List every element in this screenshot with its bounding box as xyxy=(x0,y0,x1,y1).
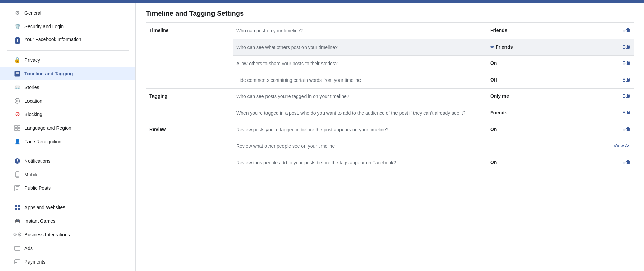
location-icon xyxy=(14,97,21,105)
setting-desc-who-can-post: Who can post on your timeline? xyxy=(233,23,487,39)
edit-hide-comments[interactable]: Edit xyxy=(567,72,634,88)
top-bar xyxy=(0,0,644,3)
sidebar-label-blocking: Blocking xyxy=(24,111,42,118)
setting-value-review-others-see xyxy=(487,138,567,155)
bottom-divider-row xyxy=(146,171,634,171)
tagging-section: Tagging Who can see posts you're tagged … xyxy=(146,89,634,121)
sidebar-item-facebook-info[interactable]: Your Facebook Information xyxy=(0,33,135,48)
sidebar-item-security-login[interactable]: 🛡️ Security and Login xyxy=(0,20,135,33)
svg-rect-6 xyxy=(15,125,17,128)
sidebar-label-business-integrations: Business Integrations xyxy=(24,232,70,238)
svg-rect-22 xyxy=(18,205,20,207)
setting-value-hide-comments: Off xyxy=(487,72,567,88)
svg-point-4 xyxy=(15,98,20,103)
sidebar-label-mobile: Mobile xyxy=(24,171,38,178)
sidebar-label-location: Location xyxy=(24,98,42,104)
notifications-icon xyxy=(14,157,21,165)
setting-value-review-tags: On xyxy=(487,155,567,171)
edit-review-tagged[interactable]: Edit xyxy=(567,122,634,138)
games-icon: 🎮 xyxy=(14,217,21,225)
edit-who-see-others[interactable]: Edit xyxy=(567,39,634,56)
sidebar: General 🛡️ Security and Login Your Faceb… xyxy=(0,3,136,271)
sidebar-item-support-inbox[interactable]: Support Inbox xyxy=(0,269,135,271)
payments-icon xyxy=(14,258,21,266)
business-icon: ⚙ xyxy=(14,231,21,238)
face-icon: 👤 xyxy=(14,138,21,145)
sidebar-divider-2 xyxy=(7,151,129,151)
setting-value-who-see-others: ✏Friends xyxy=(487,39,567,56)
sidebar-item-face-recognition[interactable]: 👤 Face Recognition xyxy=(0,135,135,148)
timeline-section: Timeline Who can post on your timeline? … xyxy=(146,23,634,88)
sidebar-item-general[interactable]: General xyxy=(0,6,135,20)
fb-icon xyxy=(14,37,21,44)
page-title: Timeline and Tagging Settings xyxy=(146,10,634,17)
setting-value-allow-share: On xyxy=(487,56,567,72)
sidebar-item-apps-websites[interactable]: Apps and Websites xyxy=(0,201,135,214)
pencil-icon: ✏ xyxy=(490,44,494,50)
sidebar-item-blocking[interactable]: ⊘ Blocking xyxy=(0,108,135,121)
sidebar-item-stories[interactable]: 📖 Stories xyxy=(0,80,135,94)
sidebar-label-payments: Payments xyxy=(24,259,45,265)
setting-desc-hide-comments: Hide comments containing certain words f… xyxy=(233,72,487,88)
table-row: Tagging Who can see posts you're tagged … xyxy=(146,89,634,105)
edit-allow-share[interactable]: Edit xyxy=(567,56,634,72)
section-label-review: Review xyxy=(146,122,233,171)
sidebar-label-stories: Stories xyxy=(24,84,39,90)
section-label-timeline: Timeline xyxy=(146,23,233,88)
setting-value-tagged-audience: Friends xyxy=(487,105,567,121)
edit-who-see-tagged[interactable]: Edit xyxy=(567,89,634,105)
sidebar-label-notifications: Notifications xyxy=(24,158,50,164)
setting-desc-who-see-tagged: Who can see posts you're tagged in on yo… xyxy=(233,89,487,105)
svg-point-5 xyxy=(17,100,18,102)
sidebar-label-security-login: Security and Login xyxy=(24,23,64,30)
blocking-icon: ⊘ xyxy=(14,111,21,118)
stories-icon: 📖 xyxy=(14,84,21,91)
svg-rect-23 xyxy=(15,208,17,210)
setting-desc-review-tagged: Review posts you're tagged in before the… xyxy=(233,122,487,138)
gear-icon xyxy=(14,9,21,17)
setting-value-who-see-tagged: Only me xyxy=(487,89,567,105)
setting-desc-tagged-audience: When you're tagged in a post, who do you… xyxy=(233,105,487,121)
sidebar-divider-3 xyxy=(7,198,129,198)
apps-icon xyxy=(14,204,21,211)
svg-rect-24 xyxy=(18,208,20,210)
bottom-divider xyxy=(146,171,634,171)
sidebar-item-ads[interactable]: Ads xyxy=(0,241,135,255)
sidebar-label-language-region: Language and Region xyxy=(24,125,71,131)
svg-rect-8 xyxy=(15,128,17,131)
edit-tagged-audience[interactable]: Edit xyxy=(567,105,634,121)
shield-icon: 🛡️ xyxy=(14,23,21,30)
sidebar-item-payments[interactable]: Payments xyxy=(0,255,135,269)
svg-rect-27 xyxy=(15,260,20,264)
timeline-icon xyxy=(14,70,21,77)
view-as-button[interactable]: View As xyxy=(567,138,634,155)
edit-review-tags[interactable]: Edit xyxy=(567,155,634,171)
sidebar-item-notifications[interactable]: Notifications xyxy=(0,154,135,168)
sidebar-item-instant-games[interactable]: 🎮 Instant Games xyxy=(0,214,135,228)
sidebar-item-location[interactable]: Location xyxy=(0,94,135,108)
table-row: Timeline Who can post on your timeline? … xyxy=(146,23,634,39)
setting-desc-who-see-others: Who can see what others post on your tim… xyxy=(233,39,487,56)
review-section: Review Review posts you're tagged in bef… xyxy=(146,122,634,171)
sidebar-item-public-posts[interactable]: Public Posts xyxy=(0,181,135,195)
setting-desc-allow-share: Allow others to share your posts to thei… xyxy=(233,56,487,72)
setting-value-who-can-post: Friends xyxy=(487,23,567,39)
edit-who-can-post[interactable]: Edit xyxy=(567,23,634,39)
section-label-tagging: Tagging xyxy=(146,89,233,121)
sidebar-label-timeline-tagging: Timeline and Tagging xyxy=(24,71,73,77)
privacy-icon: 🔒 xyxy=(14,56,21,64)
setting-value-review-tagged: On xyxy=(487,122,567,138)
sidebar-label-general: General xyxy=(24,10,41,16)
sidebar-item-mobile[interactable]: Mobile xyxy=(0,168,135,181)
publicposts-icon xyxy=(14,184,21,192)
setting-desc-review-tags: Review tags people add to your posts bef… xyxy=(233,155,487,171)
svg-rect-29 xyxy=(15,262,17,263)
sidebar-item-business-integrations[interactable]: ⚙ Business Integrations xyxy=(0,228,135,241)
sidebar-label-ads: Ads xyxy=(24,245,33,251)
mobile-icon xyxy=(14,171,21,178)
sidebar-item-timeline-tagging[interactable]: Timeline and Tagging xyxy=(0,67,135,80)
language-icon xyxy=(14,124,21,132)
sidebar-item-language-region[interactable]: Language and Region xyxy=(0,121,135,135)
sidebar-item-privacy[interactable]: 🔒 Privacy xyxy=(0,53,135,67)
sidebar-label-instant-games: Instant Games xyxy=(24,218,55,224)
